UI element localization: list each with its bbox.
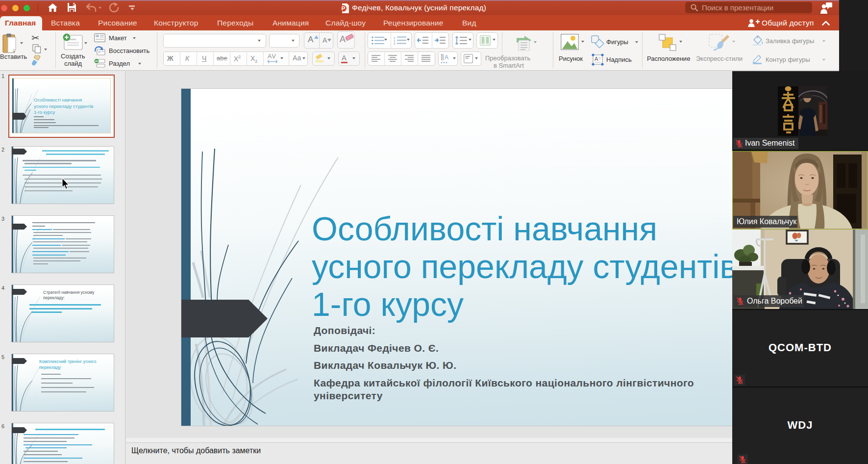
- svg-text:А: А: [595, 56, 598, 62]
- svg-text:P: P: [342, 5, 346, 11]
- svg-text:3: 3: [394, 42, 396, 45]
- svg-text:1: 1: [394, 36, 396, 39]
- svg-text:А: А: [445, 54, 448, 61]
